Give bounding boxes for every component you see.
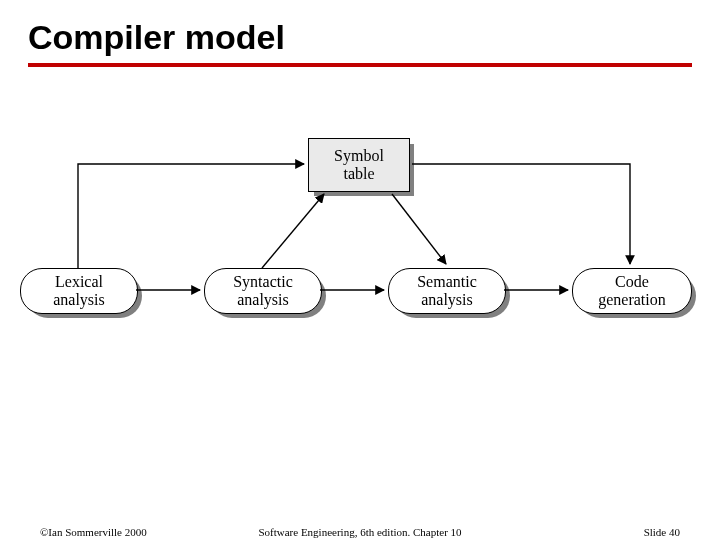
slide-title-block: Compiler model xyxy=(28,18,692,67)
slide-title: Compiler model xyxy=(28,18,692,57)
lexical-analysis-node: Lexical analysis xyxy=(20,268,138,314)
semantic-analysis-node: Semantic analysis xyxy=(388,268,506,314)
footer-slide-number: Slide 40 xyxy=(644,526,680,538)
svg-line-4 xyxy=(392,194,446,264)
symbol-table-node: Symbol table xyxy=(308,138,410,192)
svg-line-3 xyxy=(262,194,324,268)
code-generation-node: Code generation xyxy=(572,268,692,314)
title-underline xyxy=(28,63,692,67)
footer-chapter: Software Engineering, 6th edition. Chapt… xyxy=(0,526,720,538)
syntactic-analysis-node: Syntactic analysis xyxy=(204,268,322,314)
compiler-diagram: Symbol table Lexical analysis Syntactic … xyxy=(0,120,720,380)
